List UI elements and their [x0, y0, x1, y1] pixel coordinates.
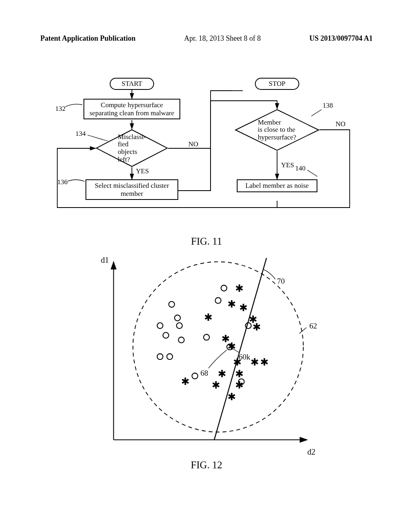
svg-line-9 [307, 170, 317, 177]
svg-text:✱: ✱ [252, 322, 261, 332]
svg-point-23 [245, 323, 251, 328]
fig11-caption: FIG. 11 [191, 236, 222, 247]
start-terminal: START [110, 78, 154, 90]
ref70-pointer [264, 270, 275, 279]
select-text: Select misclassified cluster member [95, 182, 169, 197]
svg-text:✱: ✱ [218, 368, 226, 379]
yes-label-1: YES [136, 167, 149, 175]
hypersurface-line [214, 258, 267, 440]
misclassified-decision: Misclassi- fied objects left? [106, 129, 158, 167]
flowchart: START STOP Compute hypersurface separati… [53, 77, 360, 210]
misclassified-text: Misclassi- fied objects left? [118, 133, 146, 163]
svg-point-22 [215, 297, 221, 303]
svg-point-12 [169, 301, 174, 307]
ref-62: 62 [309, 322, 317, 330]
ref68-pointer [209, 350, 227, 368]
svg-point-15 [177, 323, 182, 328]
plot-svg: ✱✱✱✱✱✱✱✱✱✱✱✱✱✱✱✱✱ [102, 258, 311, 451]
svg-point-20 [167, 354, 173, 360]
svg-text:✱: ✱ [227, 299, 236, 310]
svg-text:✱: ✱ [227, 391, 236, 402]
figure-12: ✱✱✱✱✱✱✱✱✱✱✱✱✱✱✱✱✱ d1 d2 70 62 68 60k FIG… [0, 258, 413, 500]
ref60k-pointer [231, 348, 239, 353]
ref-70: 70 [277, 277, 285, 286]
svg-point-17 [178, 337, 184, 343]
ref-60k: 60k [239, 353, 250, 362]
compute-text: Compute hypersurface separating clean fr… [90, 101, 174, 117]
svg-point-19 [157, 354, 163, 360]
svg-point-24 [192, 373, 198, 379]
select-process: Select misclassified cluster member [86, 179, 178, 200]
ref-138: 138 [323, 102, 333, 110]
label-noise-process: Label member as noise [237, 179, 317, 192]
svg-text:✱: ✱ [235, 380, 244, 391]
svg-point-13 [175, 315, 180, 321]
header-right: US 2013/0097704 A1 [309, 34, 373, 43]
ref-136: 136 [57, 178, 68, 186]
ref62-pointer [299, 328, 306, 333]
svg-text:✱: ✱ [212, 380, 221, 391]
close-decision: Member is close to the hypersurface? [241, 109, 313, 151]
svg-text:✱: ✱ [239, 302, 248, 313]
svg-point-14 [157, 323, 163, 328]
axis-d2: d2 [307, 447, 315, 457]
no-label-2: NO [336, 120, 346, 128]
svg-point-25 [227, 344, 232, 350]
fig12-caption: FIG. 12 [191, 459, 222, 471]
svg-text:✱: ✱ [261, 357, 269, 368]
stop-label: STOP [269, 80, 285, 87]
ref-140: 140 [295, 164, 306, 172]
svg-text:✱: ✱ [181, 376, 190, 387]
svg-text:✱: ✱ [204, 312, 213, 323]
svg-text:✱: ✱ [235, 368, 244, 379]
svg-point-26 [238, 379, 244, 384]
cluster-boundary [133, 262, 303, 432]
svg-text:✱: ✱ [249, 314, 257, 325]
ref-134: 134 [75, 130, 86, 138]
page-header: Patent Application Publication Apr. 18, … [40, 34, 373, 43]
svg-text:✱: ✱ [227, 341, 236, 352]
svg-text:✱: ✱ [251, 357, 259, 368]
svg-point-16 [163, 332, 169, 338]
scatter-plot: ✱✱✱✱✱✱✱✱✱✱✱✱✱✱✱✱✱ d1 d2 70 62 68 60k [102, 258, 311, 451]
ref-132: 132 [55, 105, 66, 113]
svg-text:✱: ✱ [222, 333, 230, 344]
svg-point-21 [221, 285, 227, 291]
svg-point-18 [204, 335, 209, 340]
no-label-1: NO [188, 140, 198, 148]
header-left: Patent Application Publication [40, 34, 136, 43]
figure-11: START STOP Compute hypersurface separati… [0, 77, 413, 254]
header-center: Apr. 18, 2013 Sheet 8 of 8 [184, 34, 261, 43]
star-series: ✱✱✱✱✱✱✱✱✱✱✱✱✱✱✱✱✱ [181, 283, 269, 402]
start-label: START [121, 80, 142, 87]
ref-68: 68 [200, 369, 208, 378]
yes-label-2: YES [281, 161, 294, 169]
axis-d1: d1 [101, 256, 109, 265]
label-noise-text: Label member as noise [245, 182, 309, 189]
close-text: Member is close to the hypersurface? [258, 118, 296, 141]
stop-terminal: STOP [255, 78, 299, 90]
compute-process: Compute hypersurface separating clean fr… [83, 99, 180, 119]
svg-text:✱: ✱ [235, 283, 244, 294]
